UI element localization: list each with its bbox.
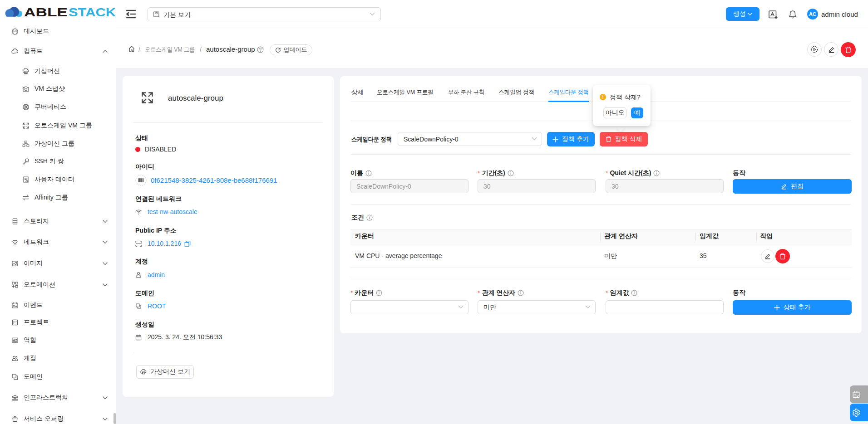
svg-text:ABLE: ABLE bbox=[24, 6, 68, 19]
svg-text:STACK: STACK bbox=[69, 6, 116, 19]
